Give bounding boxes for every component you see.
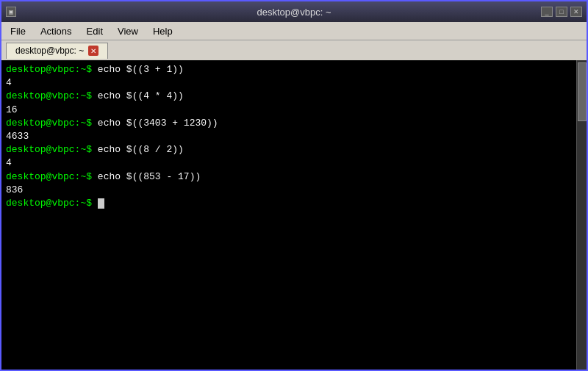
menu-view[interactable]: View [112,24,144,38]
tab-close-button[interactable]: ✕ [88,46,98,56]
title-bar-title: desktop@vbpc: ~ [257,7,331,18]
tab-bar: desktop@vbpc: ~ ✕ [1,40,587,60]
output-2: 16 [6,104,582,117]
title-bar-left: ▣ [6,7,16,17]
tab-label: desktop@vbpc: ~ [15,46,84,56]
command-5: echo $((853 - 17)) [98,171,201,182]
line-5: desktop@vbpc:~$ echo $((853 - 17)) [6,170,582,184]
current-line: desktop@vbpc:~$ [6,197,582,210]
title-bar: ▣ desktop@vbpc: ~ _ □ ✕ [1,1,587,22]
terminal-tab[interactable]: desktop@vbpc: ~ ✕ [6,43,108,59]
output-4: 4 [6,156,582,170]
menu-edit[interactable]: Edit [81,24,109,38]
window-icon: ▣ [6,7,16,17]
output-3: 4633 [6,130,582,143]
close-button[interactable]: ✕ [570,7,582,17]
prompt-2: desktop@vbpc:~$ [6,90,98,101]
prompt-1: desktop@vbpc:~$ [6,64,98,75]
prompt-4: desktop@vbpc:~$ [6,144,98,155]
line-2: desktop@vbpc:~$ echo $((4 * 4)) [6,90,582,103]
command-2: echo $((4 * 4)) [98,90,184,101]
maximize-button[interactable]: □ [556,7,567,17]
prompt-current: desktop@vbpc:~$ [6,198,98,209]
menu-bar: File Actions Edit View Help [1,22,587,40]
output-1: 4 [6,76,582,90]
prompt-5: desktop@vbpc:~$ [6,171,98,182]
prompt-3: desktop@vbpc:~$ [6,118,98,129]
line-1: desktop@vbpc:~$ echo $((3 + 1)) [6,63,582,76]
output-5: 836 [6,184,582,197]
terminal-window: ▣ desktop@vbpc: ~ _ □ ✕ File Actions Edi… [0,0,588,371]
terminal-area[interactable]: desktop@vbpc:~$ echo $((3 + 1)) 4 deskto… [1,60,587,370]
menu-actions[interactable]: Actions [35,24,78,38]
menu-file[interactable]: File [4,24,32,38]
minimize-button[interactable]: _ [541,7,553,17]
line-3: desktop@vbpc:~$ echo $((3403 + 1230)) [6,117,582,130]
menu-help[interactable]: Help [147,24,179,38]
scrollbar[interactable] [576,60,587,370]
scrollbar-thumb[interactable] [578,62,587,121]
command-3: echo $((3403 + 1230)) [98,118,218,129]
command-1: echo $((3 + 1)) [98,64,184,75]
cursor [98,198,104,209]
terminal-output: desktop@vbpc:~$ echo $((3 + 1)) 4 deskto… [6,63,582,210]
title-bar-controls: _ □ ✕ [541,7,582,17]
line-4: desktop@vbpc:~$ echo $((8 / 2)) [6,143,582,156]
command-4: echo $((8 / 2)) [98,144,184,155]
